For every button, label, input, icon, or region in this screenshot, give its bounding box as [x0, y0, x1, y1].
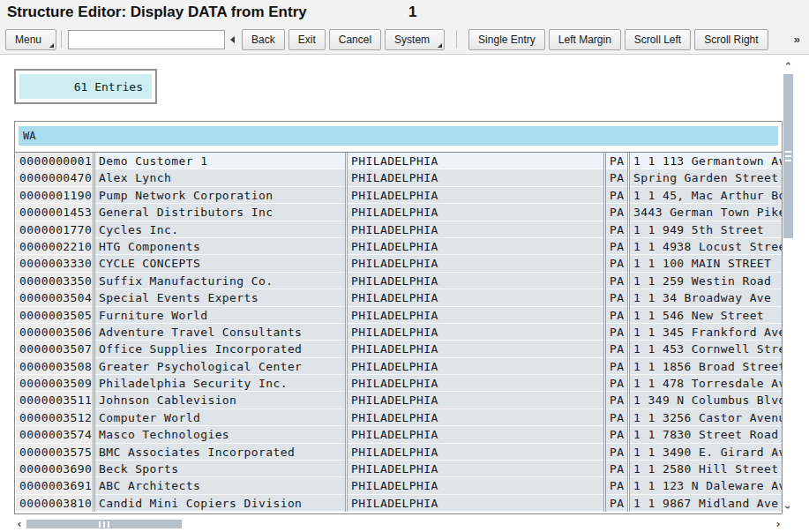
cell-customer-name[interactable]: HTG Components [95, 238, 345, 255]
cell-record-id[interactable]: 0000003509 [16, 375, 93, 392]
cell-customer-name[interactable]: Adventure Travel Consultants [95, 324, 345, 341]
cell-city[interactable]: PHILADELPHIA [348, 273, 603, 289]
cell-city[interactable]: PHILADELPHIA [348, 461, 603, 477]
cell-city[interactable]: PHILADELPHIA [348, 375, 603, 392]
cell-state[interactable]: PA [606, 204, 627, 221]
cell-record-id[interactable]: 0000001453 [16, 204, 93, 221]
cell-record-id[interactable]: 0000000001 [16, 153, 93, 169]
cell-street-address[interactable]: 1 1 113 Germantown Av [630, 153, 782, 169]
collapse-command-field-icon[interactable] [230, 36, 235, 43]
cell-state[interactable]: PA [606, 409, 627, 426]
cell-state[interactable]: PA [606, 273, 627, 289]
cell-street-address[interactable]: 1 1 478 Torresdale Av [630, 375, 782, 392]
cell-street-address[interactable]: 1 1 1856 Broad Street [630, 358, 782, 375]
cell-record-id[interactable]: 0000003574 [16, 426, 93, 443]
toolbar-overflow-icon[interactable]: » [794, 33, 804, 46]
cell-record-id[interactable]: 0000003507 [16, 341, 93, 357]
scroll-right-icon[interactable]: › [773, 519, 783, 529]
cell-state[interactable]: PA [606, 444, 627, 461]
cell-street-address[interactable]: 1 1 9867 Midland Ave [630, 495, 782, 512]
cell-customer-name[interactable]: Computer World [95, 409, 345, 426]
cell-city[interactable]: PHILADELPHIA [348, 324, 603, 341]
cell-city[interactable]: PHILADELPHIA [348, 477, 603, 494]
cell-street-address[interactable]: 1 1 2580 Hill Street [630, 461, 782, 477]
cell-street-address[interactable]: 1 349 N Columbus Blvd [630, 392, 782, 408]
cell-record-id[interactable]: 0000000470 [16, 169, 93, 186]
cell-record-id[interactable]: 0000003511 [16, 392, 93, 408]
vertical-scrollbar-thumb[interactable] [783, 74, 793, 238]
cell-city[interactable]: PHILADELPHIA [348, 307, 603, 324]
cell-city[interactable]: PHILADELPHIA [348, 169, 603, 186]
cell-state[interactable]: PA [606, 461, 627, 477]
single-entry-button[interactable]: Single Entry [468, 29, 545, 50]
cell-customer-name[interactable]: Candid Mini Copiers Division [95, 495, 345, 512]
cell-street-address[interactable]: 1 1 259 Westin Road [630, 273, 782, 289]
scroll-up-icon[interactable]: › [783, 58, 793, 69]
cell-city[interactable]: PHILADELPHIA [348, 426, 603, 443]
cell-customer-name[interactable]: Greater Psychological Center [95, 358, 345, 375]
cell-state[interactable]: PA [606, 187, 627, 204]
cell-customer-name[interactable]: Alex Lynch [95, 169, 345, 186]
vertical-scrollbar[interactable]: › › [782, 56, 795, 514]
cell-state[interactable]: PA [606, 153, 627, 169]
cell-record-id[interactable]: 0000003330 [16, 255, 93, 272]
scroll-down-icon[interactable]: › [783, 502, 793, 513]
cell-record-id[interactable]: 0000002210 [16, 238, 93, 255]
cell-state[interactable]: PA [606, 255, 627, 272]
cell-street-address[interactable]: 1 1 345 Frankford Ave [630, 324, 782, 341]
cell-state[interactable]: PA [606, 477, 627, 494]
cell-city[interactable]: PHILADELPHIA [348, 238, 603, 255]
cell-city[interactable]: PHILADELPHIA [348, 204, 603, 221]
cell-street-address[interactable]: 1 1 949 5th Street [630, 221, 782, 238]
cell-street-address[interactable]: 1 1 123 N Daleware Av [630, 477, 782, 494]
left-margin-button[interactable]: Left Margin [549, 29, 621, 50]
cell-city[interactable]: PHILADELPHIA [348, 187, 603, 204]
cell-street-address[interactable]: 1 1 100 MAIN STREET [630, 255, 782, 272]
cell-customer-name[interactable]: Office Supplies Incorporated [95, 341, 345, 357]
cell-record-id[interactable]: 0000003512 [16, 409, 93, 426]
cell-state[interactable]: PA [606, 358, 627, 375]
cell-customer-name[interactable]: CYCLE CONCEPTS [95, 255, 345, 272]
cell-customer-name[interactable]: Suffix Manufacturing Co. [95, 273, 345, 289]
cell-street-address[interactable]: 1 1 546 New Street [630, 307, 782, 324]
cell-street-address[interactable]: 1 1 34 Broadway Ave [630, 289, 782, 306]
cell-city[interactable]: PHILADELPHIA [348, 289, 603, 306]
cell-customer-name[interactable]: Pump Network Corporation [95, 187, 345, 204]
cell-state[interactable]: PA [606, 238, 627, 255]
cell-street-address[interactable]: 1 1 3490 E. Girard Av [630, 444, 782, 461]
cell-customer-name[interactable]: Special Events Experts [95, 289, 345, 306]
cell-customer-name[interactable]: Masco Technologies [95, 426, 345, 443]
scroll-right-button[interactable]: Scroll Right [694, 29, 768, 50]
cell-record-id[interactable]: 0000003508 [16, 358, 93, 375]
cell-city[interactable]: PHILADELPHIA [348, 444, 603, 461]
cell-record-id[interactable]: 0000003810 [16, 495, 93, 512]
cell-customer-name[interactable]: BMC Associates Incorporated [95, 444, 345, 461]
cell-customer-name[interactable]: Philadelphia Security Inc. [95, 375, 345, 392]
cell-city[interactable]: PHILADELPHIA [348, 341, 603, 357]
cell-customer-name[interactable]: Cycles Inc. [95, 221, 345, 238]
cell-state[interactable]: PA [606, 221, 627, 238]
back-button[interactable]: Back [242, 29, 285, 50]
cell-customer-name[interactable]: Demo Customer 1 [95, 153, 345, 169]
cell-record-id[interactable]: 0000001770 [16, 221, 93, 238]
cell-customer-name[interactable]: Johnson Cablevision [95, 392, 345, 408]
cell-record-id[interactable]: 0000003505 [16, 307, 93, 324]
cell-city[interactable]: PHILADELPHIA [348, 392, 603, 408]
cell-street-address[interactable]: 3443 German Town Pike [630, 204, 782, 221]
cell-state[interactable]: PA [606, 169, 627, 186]
menu-button[interactable]: Menu [5, 29, 56, 50]
cell-state[interactable]: PA [606, 392, 627, 408]
cell-state[interactable]: PA [606, 426, 627, 443]
cell-record-id[interactable]: 0000003504 [16, 289, 93, 306]
cell-city[interactable]: PHILADELPHIA [348, 221, 603, 238]
cell-street-address[interactable]: 1 1 4938 Locust Stree [630, 238, 782, 255]
cell-record-id[interactable]: 0000003690 [16, 461, 93, 477]
cell-record-id[interactable]: 0000003506 [16, 324, 93, 341]
command-input[interactable] [68, 30, 225, 49]
cell-city[interactable]: PHILADELPHIA [348, 358, 603, 375]
cell-customer-name[interactable]: Beck Sports [95, 461, 345, 477]
cell-city[interactable]: PHILADELPHIA [348, 153, 603, 169]
horizontal-scrollbar-thumb[interactable] [26, 520, 182, 528]
cell-record-id[interactable]: 0000001190 [16, 187, 93, 204]
cell-city[interactable]: PHILADELPHIA [348, 495, 603, 512]
